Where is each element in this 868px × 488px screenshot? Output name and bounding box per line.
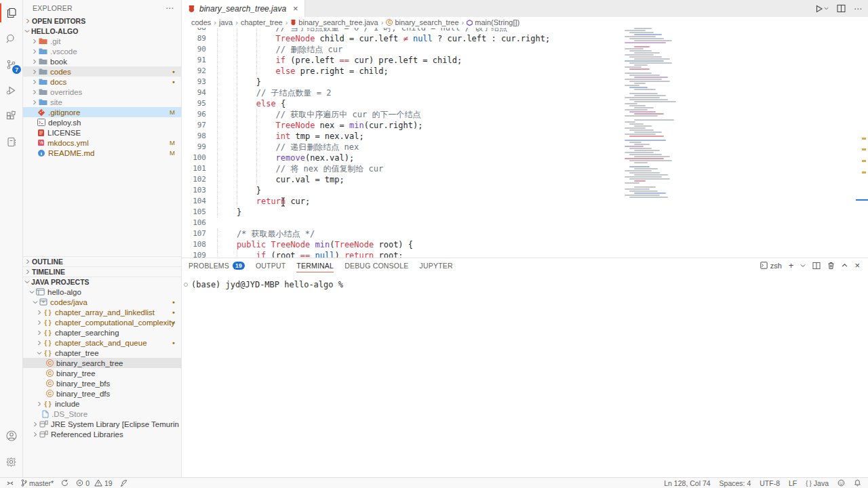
terminal[interactable]: (base) jyd@JYD-MBP hello-algo % [182, 272, 868, 289]
explorer-icon[interactable] [0, 0, 22, 26]
overview-cursor-line [856, 199, 868, 201]
tree-item-readme-md[interactable]: README.mdM [23, 148, 181, 158]
git-modified-dot: ● [172, 310, 175, 314]
tree-item-binary-tree-dfs[interactable]: Cbinary_tree_dfs [23, 388, 181, 399]
remote-indicator[interactable] [7, 480, 14, 487]
source-control-icon[interactable]: 7 [0, 52, 22, 77]
tab-close-icon[interactable]: × [293, 3, 298, 14]
problems-status[interactable]: 0 19 [76, 479, 113, 487]
section-outline[interactable]: OUTLINE [23, 256, 181, 266]
eol[interactable]: LF [789, 479, 797, 487]
tree-item-binary-tree[interactable]: Cbinary_tree [23, 368, 181, 378]
feedback-status[interactable] [837, 479, 845, 487]
section-timeline[interactable]: TIMELINE [23, 266, 181, 277]
braces-icon: { } [43, 349, 52, 357]
tree-item-chapter-tree[interactable]: { }chapter_tree [23, 348, 181, 358]
terminal-shell-picker[interactable]: zsh [760, 262, 782, 270]
tree-item--git[interactable]: .git [23, 36, 181, 46]
tree-item-binary-tree-bfs[interactable]: Cbinary_tree_bfs [23, 378, 181, 388]
editor-more-actions-icon[interactable]: ⋯ [854, 4, 863, 14]
section-open-editors[interactable]: OPEN EDITORS [23, 16, 181, 26]
panel-tab-jupyter[interactable]: JUPYTER [419, 258, 452, 272]
tree-item-codes-java[interactable]: codes/java● [23, 297, 181, 307]
tree-item-mkdocs-yml[interactable]: mkdocs.ymlM [23, 138, 181, 148]
tree-item--vscode[interactable]: .vscode [23, 46, 181, 56]
tree-item-overrides[interactable]: overrides [23, 87, 181, 97]
account-icon[interactable] [0, 423, 22, 449]
chevron-right-icon [37, 401, 42, 407]
indentation[interactable]: Spaces: 4 [719, 479, 751, 487]
maximize-panel-icon[interactable] [842, 262, 848, 268]
close-panel-icon[interactable]: × [854, 260, 860, 270]
tree-item-referenced-libraries[interactable]: Referenced Libraries [23, 429, 181, 439]
panel-tab-terminal[interactable]: TERMINAL [296, 258, 334, 272]
tab-binary-search-tree[interactable]: binary_search_tree.java × [182, 0, 305, 17]
run-file-button[interactable] [815, 5, 829, 13]
encoding[interactable]: UTF-8 [760, 479, 780, 487]
tree-item--gitignore[interactable]: .gitignoreM [23, 107, 181, 117]
branch-icon [21, 479, 27, 487]
warning-icon [94, 479, 102, 487]
git-branch-status[interactable]: master* [21, 479, 54, 487]
readme-info-icon [37, 149, 45, 157]
kill-terminal-trash-icon[interactable] [827, 262, 835, 270]
overview-warning-mark [862, 138, 866, 140]
sync-status[interactable] [61, 479, 68, 487]
panel-tab-debug-console[interactable]: DEBUG CONSOLE [344, 258, 408, 272]
bottom-panel: PROBLEMS19OUTPUTTERMINALDEBUG CONSOLEJUP… [182, 258, 868, 477]
breadcrumb-item[interactable]: main(String[]) [467, 18, 519, 26]
explorer-sidebar: EXPLORER ⋯ OPEN EDITORS HELLO-ALGO .git.… [23, 0, 182, 477]
breadcrumb-item[interactable]: chapter_tree [241, 18, 283, 26]
settings-gear-icon[interactable] [0, 449, 22, 474]
method-symbol-icon [467, 20, 473, 26]
git-modified-badge: M [170, 149, 175, 157]
split-editor-icon[interactable] [837, 4, 846, 13]
git-modified-badge: M [170, 139, 175, 146]
feedback-smiley-icon [837, 479, 845, 487]
panel-tab-output[interactable]: OUTPUT [256, 258, 285, 272]
tree-item-site[interactable]: site [23, 97, 181, 107]
notebook-icon[interactable] [0, 129, 22, 155]
tree-item-chapter-computational-complexity[interactable]: { }chapter_computational_complexity● [23, 317, 181, 327]
tree-item-binary-search-tree[interactable]: Cbinary_search_tree [23, 358, 181, 368]
breadcrumb-item[interactable]: Cbinary_search_tree [386, 18, 458, 26]
section-java-projects[interactable]: JAVA PROJECTS [23, 277, 181, 287]
tree-item-chapter-searching[interactable]: { }chapter_searching [23, 327, 181, 338]
terminal-dropdown-icon[interactable] [800, 263, 806, 268]
folder-icon [39, 37, 47, 45]
folder-icon [39, 58, 47, 65]
folder-icon [39, 78, 47, 85]
tree-item-docs[interactable]: docs● [23, 77, 181, 87]
tree-item-license[interactable]: LICENSE [23, 127, 181, 138]
tree-item-deploy-sh[interactable]: deploy.sh [23, 117, 181, 127]
tree-item-include[interactable]: { }include [23, 399, 181, 409]
run-debug-icon[interactable] [0, 77, 22, 103]
problems-badge: 19 [233, 262, 245, 270]
breadcrumb-item[interactable]: codes [191, 18, 211, 26]
views-more-actions-icon[interactable]: ⋯ [165, 3, 174, 13]
tree-item--ds-store[interactable]: .DS_Store [23, 409, 181, 419]
notifications-status[interactable] [854, 479, 861, 487]
tree-item-book[interactable]: book [23, 56, 181, 66]
cursor-position[interactable]: Ln 128, Col 74 [664, 479, 710, 487]
extensions-icon[interactable] [0, 103, 22, 129]
panel-tab-problems[interactable]: PROBLEMS19 [189, 258, 245, 272]
new-terminal-button[interactable]: + [789, 260, 794, 270]
search-icon[interactable] [0, 26, 22, 52]
panel-tab-bar: PROBLEMS19OUTPUTTERMINALDEBUG CONSOLEJUP… [182, 258, 868, 272]
tree-item-codes[interactable]: codes● [23, 66, 181, 77]
section-hello-algo[interactable]: HELLO-ALGO [23, 26, 181, 36]
language-mode[interactable]: { } Java [806, 479, 829, 487]
braces-icon: { } [43, 400, 52, 407]
tree-item-jre-system-library-eclipse-temurin-17-17[interactable]: JRE System Library [Eclipse Temurin 17 [… [23, 419, 181, 429]
tree-item-hello-algo[interactable]: hello-algo [23, 287, 181, 297]
breadcrumb-item[interactable]: binary_search_tree.java [290, 18, 378, 26]
breadcrumb-item[interactable]: java [219, 18, 233, 26]
split-terminal-icon[interactable] [812, 262, 821, 270]
tree-item-chapter-array-and-linkedlist[interactable]: { }chapter_array_and_linkedlist● [23, 307, 181, 317]
file-icon [42, 410, 49, 418]
tree-item-chapter-stack-and-queue[interactable]: { }chapter_stack_and_queue● [23, 338, 181, 348]
java-mode-status[interactable] [120, 479, 127, 487]
chevron-right-icon [32, 39, 37, 44]
scm-badge: 7 [12, 65, 21, 74]
